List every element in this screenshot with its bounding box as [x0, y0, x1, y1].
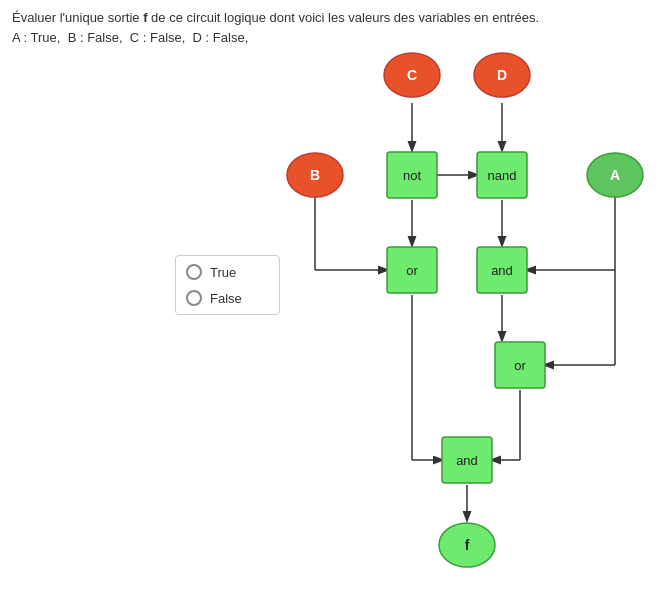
option-true[interactable]: True — [186, 264, 269, 280]
radio-false[interactable] — [186, 290, 202, 306]
svg-text:B: B — [310, 167, 320, 183]
svg-text:nand: nand — [488, 168, 517, 183]
svg-text:or: or — [406, 263, 418, 278]
svg-text:and: and — [456, 453, 478, 468]
answer-options: True False — [175, 255, 280, 315]
svg-text:D: D — [497, 67, 507, 83]
option-true-label: True — [210, 265, 236, 280]
svg-text:not: not — [403, 168, 421, 183]
svg-text:f: f — [465, 537, 470, 553]
svg-text:C: C — [407, 67, 417, 83]
option-false[interactable]: False — [186, 290, 269, 306]
circuit-diagram: C D B A not nand or and or and f — [0, 0, 666, 594]
svg-text:A: A — [610, 167, 620, 183]
svg-text:or: or — [514, 358, 526, 373]
svg-text:and: and — [491, 263, 513, 278]
option-false-label: False — [210, 291, 242, 306]
radio-true[interactable] — [186, 264, 202, 280]
